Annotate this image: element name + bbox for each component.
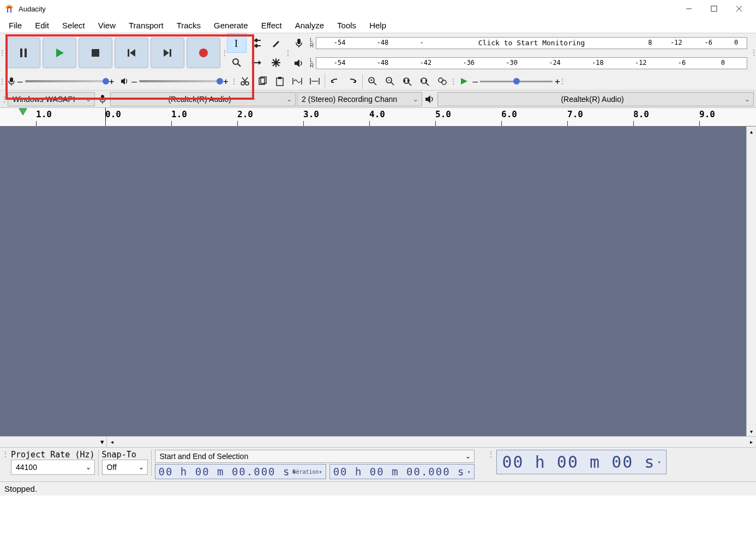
playback-volume-slider[interactable]: – + bbox=[117, 76, 231, 87]
hscroll-row: ▾ ◂ ▸ bbox=[0, 436, 756, 447]
svg-rect-3 bbox=[711, 6, 717, 11]
fit-selection-button[interactable] bbox=[399, 73, 416, 89]
status-bar: Stopped. bbox=[0, 481, 756, 496]
recording-meter[interactable]: -54 -48 - Click to Start Monitoring 8 -1… bbox=[316, 37, 747, 49]
svg-rect-13 bbox=[170, 49, 171, 57]
svg-rect-29 bbox=[297, 39, 301, 44]
zoom-out-button[interactable] bbox=[381, 73, 399, 89]
toolbar-grip[interactable] bbox=[232, 73, 236, 90]
menu-transport[interactable]: Transport bbox=[123, 19, 169, 32]
playback-meter[interactable]: -54 -48 -42 -36 -30 -24 -18 -12 -6 0 bbox=[316, 57, 747, 69]
horizontal-scrollbar[interactable]: ◂ ▸ bbox=[107, 437, 756, 447]
status-text: Stopped. bbox=[4, 484, 37, 493]
svg-rect-6 bbox=[20, 49, 22, 57]
speaker-icon bbox=[121, 77, 129, 85]
silence-button[interactable] bbox=[306, 73, 323, 89]
toolbar-grip[interactable] bbox=[451, 73, 455, 90]
vertical-scrollbar[interactable]: ▴ ▾ bbox=[746, 126, 756, 436]
zoom-toggle-button[interactable] bbox=[434, 73, 451, 89]
selection-start-time[interactable]: 00 h 00 m 00.000 s�ération▾ bbox=[155, 464, 326, 479]
menu-tools[interactable]: Tools bbox=[332, 19, 362, 32]
toolbar-grip[interactable] bbox=[489, 450, 493, 458]
recording-device-select[interactable]: (Realtek(R) Audio) bbox=[110, 92, 296, 106]
paste-button[interactable] bbox=[271, 73, 289, 89]
scroll-down-button[interactable]: ▾ bbox=[747, 426, 756, 436]
speaker-meter-icon[interactable] bbox=[290, 55, 308, 71]
audio-position-display[interactable]: 00 h 00 m 00 s▾ bbox=[496, 450, 667, 474]
undo-button[interactable] bbox=[326, 73, 344, 89]
toolbar-grip[interactable] bbox=[286, 33, 290, 73]
toolbar-grip[interactable] bbox=[752, 33, 756, 73]
menu-edit[interactable]: Edit bbox=[29, 19, 55, 32]
record-button[interactable] bbox=[187, 38, 220, 68]
selection-tool[interactable]: I bbox=[227, 33, 247, 53]
scroll-right-button[interactable]: ▸ bbox=[746, 437, 756, 447]
audio-host-select[interactable]: Windows WASAPI bbox=[8, 92, 95, 106]
menubar: File Edit Select View Transport Tracks G… bbox=[0, 17, 756, 33]
menu-effect[interactable]: Effect bbox=[256, 19, 287, 32]
minimize-button[interactable] bbox=[676, 0, 701, 17]
svg-marker-65 bbox=[461, 78, 467, 85]
svg-marker-11 bbox=[130, 49, 135, 57]
snap-to-select[interactable]: Off bbox=[102, 460, 148, 475]
skip-end-button[interactable] bbox=[151, 38, 184, 68]
menu-view[interactable]: View bbox=[93, 19, 121, 32]
menu-help[interactable]: Help bbox=[364, 19, 392, 32]
recording-channels-select[interactable]: 2 (Stereo) Recording Chann bbox=[297, 92, 422, 106]
selection-end-time[interactable]: 00 h 00 m 00.000 s▾ bbox=[329, 464, 475, 479]
stop-button[interactable] bbox=[79, 38, 112, 68]
menu-analyze[interactable]: Analyze bbox=[290, 19, 329, 32]
pause-button[interactable] bbox=[7, 38, 40, 68]
recording-volume-slider[interactable]: – + bbox=[4, 76, 117, 87]
cut-button[interactable] bbox=[236, 73, 254, 89]
svg-rect-32 bbox=[10, 77, 13, 82]
zoom-tool[interactable] bbox=[227, 53, 247, 73]
copy-button[interactable] bbox=[254, 73, 271, 89]
timeline-ruler[interactable]: 1.0 0.0 1.0 2.0 3.0 4.0 5.0 6.0 7.0 8.0 … bbox=[0, 108, 756, 126]
mic-meter-icon[interactable] bbox=[290, 35, 308, 51]
play-button[interactable] bbox=[43, 38, 76, 68]
track-collapse-area[interactable]: ▾ bbox=[0, 437, 107, 447]
playback-device-select[interactable]: (Realtek(R) Audio) bbox=[437, 92, 754, 106]
fit-project-button[interactable] bbox=[416, 73, 434, 89]
menu-tracks[interactable]: Tracks bbox=[171, 19, 206, 32]
toolbar-grip[interactable] bbox=[3, 450, 8, 458]
svg-line-49 bbox=[374, 82, 376, 85]
meter-hint: Click to Start Monitoring bbox=[478, 39, 585, 47]
draw-tool[interactable] bbox=[266, 33, 286, 53]
close-button[interactable] bbox=[727, 0, 752, 17]
multi-tool[interactable] bbox=[266, 53, 286, 73]
project-rate-select[interactable]: 44100 bbox=[11, 460, 95, 475]
svg-marker-18 bbox=[254, 38, 259, 43]
maximize-button[interactable] bbox=[701, 0, 727, 17]
svg-point-14 bbox=[199, 49, 208, 57]
svg-point-20 bbox=[233, 59, 238, 64]
redo-button[interactable] bbox=[344, 73, 361, 89]
toolbar-grip[interactable] bbox=[0, 33, 4, 73]
speaker-icon bbox=[423, 95, 436, 104]
toolbar-grip[interactable] bbox=[2, 91, 7, 107]
zoom-in-button[interactable] bbox=[364, 73, 381, 89]
svg-line-21 bbox=[238, 64, 241, 67]
meter-lr-label: LR bbox=[310, 38, 314, 49]
svg-rect-41 bbox=[277, 78, 283, 86]
svg-marker-34 bbox=[121, 78, 125, 85]
play-at-speed-button[interactable] bbox=[455, 73, 473, 89]
envelope-tool[interactable] bbox=[247, 33, 266, 53]
scroll-left-button[interactable]: ◂ bbox=[107, 437, 117, 447]
timeshift-tool[interactable] bbox=[247, 53, 266, 73]
menu-generate[interactable]: Generate bbox=[208, 19, 254, 32]
mic-icon bbox=[96, 94, 109, 104]
toolbar-grip[interactable] bbox=[560, 73, 565, 90]
menu-file[interactable]: File bbox=[3, 19, 27, 32]
playback-speed-slider[interactable]: – + bbox=[473, 76, 560, 86]
snap-to-label: Snap-To bbox=[102, 450, 148, 460]
track-area[interactable]: ▴ ▾ bbox=[0, 126, 756, 436]
toolbar-grip[interactable] bbox=[223, 33, 227, 73]
trim-button[interactable] bbox=[289, 73, 306, 89]
skip-start-button[interactable] bbox=[115, 38, 148, 68]
scroll-up-button[interactable]: ▴ bbox=[747, 126, 756, 136]
toolbar-grip[interactable] bbox=[0, 73, 4, 90]
menu-select[interactable]: Select bbox=[57, 19, 91, 32]
selection-mode-select[interactable]: Start and End of Selection bbox=[155, 450, 475, 463]
